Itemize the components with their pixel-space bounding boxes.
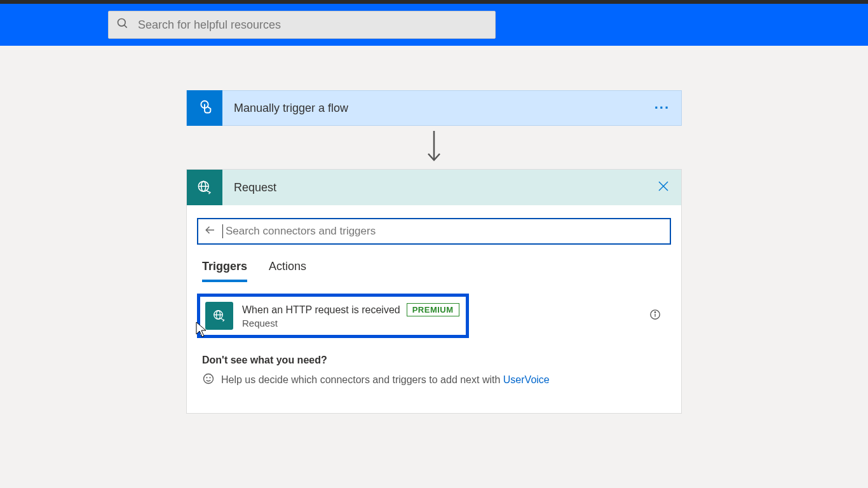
close-icon[interactable] — [657, 179, 670, 196]
uservoice-link[interactable]: UserVoice — [503, 374, 550, 385]
search-icon — [116, 17, 129, 32]
tab-actions[interactable]: Actions — [269, 260, 306, 282]
connector-search[interactable] — [197, 218, 671, 245]
footer-help-text: Help us decide which connectors and trig… — [221, 374, 503, 385]
global-search-input[interactable] — [138, 18, 487, 32]
svg-line-1 — [125, 25, 127, 28]
info-icon[interactable] — [649, 309, 661, 323]
svg-point-17 — [207, 377, 207, 378]
smile-icon — [202, 372, 215, 388]
trigger-result-http[interactable]: When an HTTP request is received PREMIUM… — [197, 294, 469, 338]
result-row: When an HTTP request is received PREMIUM… — [197, 294, 671, 338]
arrow-down-icon — [424, 130, 444, 168]
globe-icon — [205, 302, 233, 330]
result-connector-name: Request — [242, 318, 459, 329]
footer-block: Don't see what you need? Help us decide … — [197, 355, 671, 388]
flow-canvas: Manually trigger a flow ··· Request — [0, 46, 868, 414]
result-text: When an HTTP request is received PREMIUM… — [242, 303, 459, 329]
request-panel-title: Request — [234, 181, 657, 194]
svg-point-0 — [118, 19, 126, 27]
request-panel-header: Request — [187, 170, 681, 205]
premium-badge: PREMIUM — [407, 303, 459, 316]
tab-triggers[interactable]: Triggers — [202, 260, 247, 282]
connector-search-input[interactable] — [226, 225, 663, 238]
request-panel-body: Triggers Actions When — [187, 205, 681, 413]
text-cursor — [222, 224, 223, 238]
result-title: When an HTTP request is received — [242, 304, 400, 316]
touch-icon — [187, 90, 222, 126]
back-arrow-icon[interactable] — [205, 224, 216, 238]
svg-point-15 — [654, 312, 655, 313]
svg-point-16 — [204, 374, 214, 384]
globe-icon — [187, 170, 222, 205]
footer-help-line: Help us decide which connectors and trig… — [202, 372, 671, 388]
trigger-title: Manually trigger a flow — [234, 102, 654, 115]
request-picker-panel: Request Triggers Actions — [186, 169, 682, 414]
global-search[interactable] — [108, 11, 496, 39]
ellipsis-icon[interactable]: ··· — [654, 100, 670, 116]
svg-point-18 — [210, 377, 210, 378]
trigger-card[interactable]: Manually trigger a flow ··· — [186, 90, 682, 126]
footer-question: Don't see what you need? — [202, 355, 671, 366]
picker-tabs: Triggers Actions — [197, 260, 671, 282]
header-bar — [0, 4, 868, 46]
